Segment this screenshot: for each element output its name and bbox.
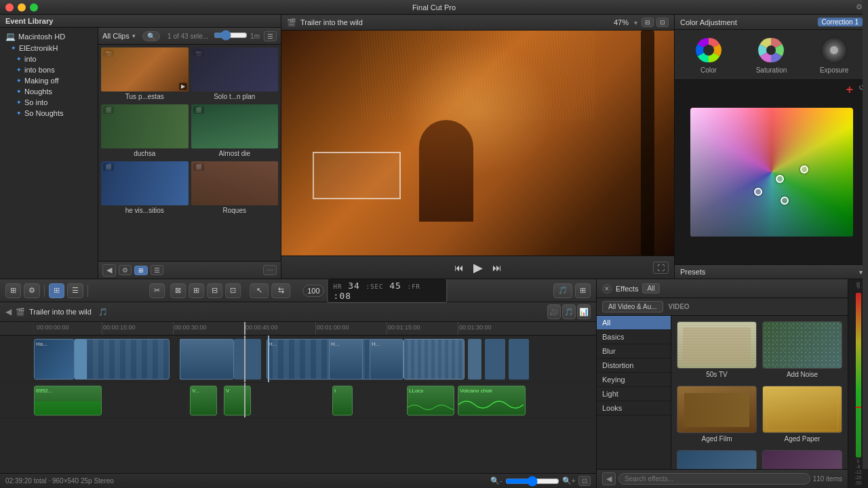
effects-cat-basics[interactable]: Basics bbox=[597, 330, 671, 344]
toolbar-grid-btn[interactable]: ⊞ bbox=[49, 283, 64, 298]
effect-item-add-noise[interactable]: Add Noise bbox=[762, 321, 842, 380]
clips-view-toggle[interactable]: ☰ bbox=[264, 31, 277, 41]
video-clip-8[interactable] bbox=[468, 339, 481, 380]
video-clip-7[interactable] bbox=[403, 339, 465, 380]
timeline-back-btn[interactable]: ◀ bbox=[5, 307, 12, 317]
tree-item-into-bons[interactable]: ✦ into bons bbox=[0, 64, 98, 75]
toolbar-snap-btn[interactable]: ⊞ bbox=[575, 283, 591, 298]
clip-item-4[interactable]: 🎬 he vis...sitios bbox=[101, 161, 189, 216]
presets-label: Presets bbox=[680, 268, 705, 276]
clips-zoom-slider[interactable] bbox=[214, 30, 248, 42]
clip-item-0[interactable]: 📷 ▶ Tus p...estas bbox=[101, 47, 189, 102]
clips-settings[interactable]: ⚙ bbox=[119, 265, 132, 275]
clips-prev-page[interactable]: ◀ bbox=[102, 264, 116, 277]
zoom-dropdown-icon[interactable]: ▾ bbox=[634, 19, 637, 26]
tree-item-electronikh[interactable]: ✦ ElEctronikH bbox=[0, 43, 98, 54]
minimize-button[interactable] bbox=[18, 3, 26, 12]
preview-fullscreen-btn[interactable]: ⛶ bbox=[653, 262, 669, 274]
effect-item-aged-film[interactable]: Aged Film bbox=[677, 386, 757, 445]
video-clip-0[interactable]: Ha... bbox=[34, 339, 75, 380]
effects-search-input[interactable] bbox=[618, 473, 810, 485]
maximize-button[interactable] bbox=[30, 3, 38, 12]
clips-list-view[interactable]: ☰ bbox=[151, 265, 163, 275]
effects-cat-distortion[interactable]: Distortion bbox=[597, 359, 671, 373]
tree-item-noughts[interactable]: ✦ Noughts bbox=[0, 86, 98, 97]
toolbar-expand-btn[interactable]: ⊞ bbox=[5, 283, 21, 298]
effect-item-aged-paper[interactable]: Aged Paper bbox=[762, 386, 842, 445]
color-wheel-gradient[interactable] bbox=[690, 108, 853, 237]
effects-close-btn[interactable]: ✕ bbox=[602, 284, 612, 293]
fit-button[interactable]: ⊡ bbox=[578, 476, 591, 486]
clip-item-5[interactable]: 🎬 Roques bbox=[191, 161, 279, 216]
video-clip-2[interactable] bbox=[180, 339, 234, 380]
clip-item-1[interactable]: 📷 Solo t...n plan bbox=[191, 47, 279, 102]
clips-grid-area: 📷 ▶ Tus p...estas 📷 bbox=[98, 45, 281, 261]
effects-cat-all[interactable]: All bbox=[597, 316, 671, 330]
video-clip-6[interactable]: H... bbox=[370, 339, 403, 380]
effect-item-extra-2[interactable] bbox=[762, 450, 842, 469]
toolbar-nudge-btn[interactable]: ⊟ bbox=[207, 283, 222, 298]
effects-cat-keying[interactable]: Keying bbox=[597, 373, 671, 387]
clip-item-2[interactable]: 🎬 duchsa bbox=[101, 104, 189, 159]
video-clip-3[interactable] bbox=[234, 339, 261, 380]
toolbar-settings-btn[interactable]: ⚙ bbox=[24, 283, 40, 298]
tree-item-so-noughts[interactable]: ✦ So Noughts bbox=[0, 108, 98, 119]
video-clip-1[interactable] bbox=[81, 339, 170, 380]
effects-filter-dropdown[interactable]: All bbox=[642, 283, 659, 293]
audio-clip-5[interactable]: Volcano choir bbox=[458, 386, 526, 415]
add-correction-button[interactable]: + bbox=[846, 83, 853, 97]
tree-item-making-off[interactable]: ✦ Making off bbox=[0, 75, 98, 86]
effects-cat-light[interactable]: Light bbox=[597, 387, 671, 401]
clip-item-3[interactable]: 🎬 Almost die bbox=[191, 104, 279, 159]
effect-item-extra-1[interactable] bbox=[677, 450, 757, 469]
zoom-slider[interactable] bbox=[505, 476, 559, 487]
toolbar-audio-btn[interactable]: 🎵 bbox=[553, 283, 572, 298]
toolbar-transform-btn[interactable]: ⇆ bbox=[272, 283, 291, 298]
audio-clip-2[interactable]: V bbox=[224, 386, 251, 415]
effects-toggle-sidebar-btn[interactable]: ◀ bbox=[602, 472, 616, 485]
tl-video-icon[interactable]: 🎥 bbox=[547, 304, 561, 319]
video-clip-10[interactable] bbox=[509, 339, 529, 380]
close-button[interactable] bbox=[5, 3, 14, 12]
toolbar-list-btn[interactable]: ☰ bbox=[67, 283, 83, 298]
preview-fit-btn[interactable]: ⊟ bbox=[642, 18, 654, 27]
effect-item-50s-tv[interactable]: 50s TV bbox=[677, 321, 757, 380]
search-input[interactable]: 🔍 bbox=[142, 31, 160, 41]
toolbar-arrow-btn[interactable]: ↖ bbox=[250, 283, 269, 298]
toolbar-magnet-btn[interactable]: ⊠ bbox=[170, 283, 186, 298]
tree-item-macintosh-hd[interactable]: 💻 Macintosh HD bbox=[0, 30, 98, 43]
transport-go-start[interactable]: ⏮ bbox=[453, 261, 465, 274]
clips-grid-view[interactable]: ⊞ bbox=[134, 266, 148, 275]
tl-audio-icon[interactable]: 🎵 bbox=[562, 304, 576, 319]
effects-cat-all-video[interactable]: All Video & Au... bbox=[602, 301, 663, 312]
audio-clip-1[interactable]: V... bbox=[190, 386, 217, 415]
color-tool-color[interactable]: Color bbox=[694, 35, 724, 74]
audio-clip-4[interactable]: LLocs bbox=[407, 386, 454, 415]
track-row-audio-1: 6952... V... V I LLocs bbox=[0, 383, 596, 418]
tree-item-so-into[interactable]: ✦ So into bbox=[0, 97, 98, 108]
clips-next-page[interactable]: ⋯ bbox=[263, 265, 277, 275]
color-tool-exposure[interactable]: Exposure bbox=[819, 35, 849, 74]
audio-clip-0[interactable]: 6952... bbox=[34, 386, 102, 415]
transport-play[interactable]: ▶ bbox=[472, 259, 484, 277]
audio-clip-3[interactable]: I bbox=[332, 386, 353, 415]
toolbar-ripple-btn[interactable]: ⊡ bbox=[225, 283, 241, 298]
toolbar-blade-btn[interactable]: ✂ bbox=[149, 283, 165, 298]
color-tool-saturation[interactable]: Saturation bbox=[756, 35, 787, 74]
preview-zoom-btn[interactable]: ⊡ bbox=[656, 18, 669, 27]
transport-go-end[interactable]: ⏭ bbox=[491, 261, 503, 274]
toolbar-select-btn[interactable]: ⊞ bbox=[189, 283, 204, 298]
video-clip-5[interactable]: H... bbox=[329, 339, 363, 380]
tl-levels-icon[interactable]: 📊 bbox=[577, 304, 591, 319]
zoom-out-btn[interactable]: 🔍- bbox=[490, 476, 502, 485]
timeline-playhead[interactable] bbox=[244, 322, 245, 335]
separator-1 bbox=[44, 285, 45, 297]
tree-item-into[interactable]: ✦ into bbox=[0, 54, 98, 64]
clips-zoom-range[interactable] bbox=[214, 30, 248, 41]
video-clip-marker-1[interactable] bbox=[75, 339, 87, 380]
effects-cat-blur[interactable]: Blur bbox=[597, 344, 671, 359]
effects-cat-looks[interactable]: Looks bbox=[597, 401, 671, 415]
zoom-in-btn[interactable]: 🔍+ bbox=[562, 476, 576, 485]
clips-dropdown-icon[interactable]: ▾ bbox=[132, 33, 136, 39]
video-clip-9[interactable] bbox=[485, 339, 505, 380]
